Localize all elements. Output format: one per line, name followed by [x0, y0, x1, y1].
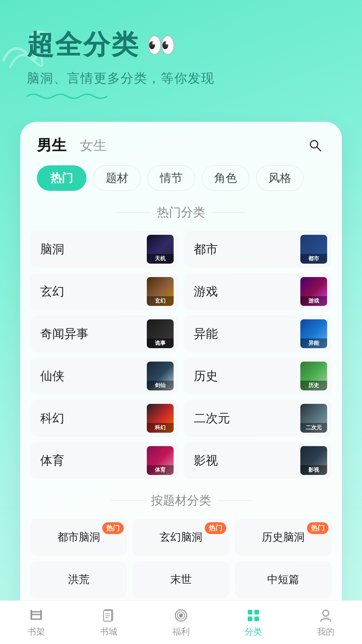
svg-rect-6: [31, 619, 42, 620]
category-history[interactable]: 历史 历史: [184, 358, 332, 394]
topic-short[interactable]: 中短篇: [235, 561, 332, 598]
filter-pills: 热门 题材 情节 角色 风格: [20, 165, 342, 191]
main-card: 男生 女生 热门 题材 情节 角色 风格 热门分类 脑洞 天机: [20, 122, 342, 615]
bookstore-icon: [100, 607, 117, 624]
svg-rect-18: [254, 616, 259, 621]
pill-role[interactable]: 角色: [202, 165, 249, 191]
hot-badge-3: 热门: [307, 522, 328, 534]
topic-primeval[interactable]: 洪荒: [30, 561, 127, 598]
eyes-decoration: 👀: [146, 31, 178, 59]
category-icon: [245, 607, 262, 624]
pill-hot[interactable]: 热门: [37, 165, 86, 191]
category-psychic[interactable]: 异能 异能: [184, 315, 332, 352]
nav-bookstore-label: 书城: [100, 626, 117, 638]
hot-badge-2: 热门: [205, 522, 226, 534]
category-media[interactable]: 影视 影视: [184, 442, 332, 479]
search-button[interactable]: [305, 135, 325, 155]
topic-grid: 热门 都市脑洞 热门 玄幻脑洞 热门 历史脑洞 洪荒 末世 中短篇: [20, 519, 342, 598]
svg-rect-4: [31, 610, 32, 620]
nav-welfare[interactable]: 福利: [156, 607, 206, 638]
nav-bookshelf[interactable]: 书架: [11, 607, 61, 638]
profile-icon: [317, 607, 334, 624]
category-city[interactable]: 都市 都市: [184, 231, 332, 268]
svg-rect-5: [40, 610, 42, 620]
tab-male[interactable]: 男生: [37, 136, 66, 155]
svg-rect-16: [254, 610, 259, 614]
category-game[interactable]: 游戏 游戏: [184, 273, 332, 310]
category-fantasy[interactable]: 玄幻 玄幻: [30, 273, 178, 310]
category-anime[interactable]: 二次元 二次元: [184, 400, 332, 437]
category-grid: 脑洞 天机 都市 都市 玄幻: [20, 231, 342, 479]
tab-female[interactable]: 女生: [80, 136, 107, 155]
title-text: 超全分类: [27, 27, 139, 63]
bottom-nav: 书架 书城 福利: [0, 600, 362, 644]
subtitle-text: 脑洞、言情更多分类，等你发现: [27, 70, 342, 87]
category-brain[interactable]: 脑洞 天机: [30, 231, 178, 268]
topic-city-brain[interactable]: 热门 都市脑洞: [30, 519, 127, 556]
topic-history-brain[interactable]: 热门 历史脑洞: [235, 519, 332, 556]
svg-rect-17: [248, 616, 252, 621]
category-mystery[interactable]: 奇闻异事 诡事: [30, 315, 178, 352]
nav-profile-label: 我的: [317, 626, 335, 638]
nav-welfare-label: 福利: [172, 626, 190, 638]
pill-topic[interactable]: 题材: [93, 165, 141, 191]
category-sports[interactable]: 体育 体育: [30, 442, 178, 479]
topic-section-title: 按题材分类: [20, 492, 342, 509]
wavy-decoration: [27, 92, 107, 100]
topic-apocalypse[interactable]: 末世: [132, 561, 229, 598]
category-scifi[interactable]: 科幻 科幻: [30, 400, 178, 437]
category-xianxia[interactable]: 仙侠 剑仙: [30, 358, 178, 394]
welfare-icon: [173, 607, 189, 624]
svg-rect-15: [248, 610, 252, 614]
page-title: 超全分类 👀: [27, 27, 342, 63]
hot-badge-1: 热门: [102, 522, 124, 534]
nav-profile[interactable]: 我的: [301, 607, 351, 638]
svg-rect-3: [31, 614, 42, 615]
topic-fantasy-brain[interactable]: 热门 玄幻脑洞: [132, 519, 229, 556]
svg-point-19: [323, 610, 329, 616]
pill-style[interactable]: 风格: [256, 165, 304, 191]
bookshelf-icon: [28, 607, 45, 624]
header-area: 超全分类 👀 脑洞、言情更多分类，等你发现: [0, 0, 362, 115]
svg-rect-2: [31, 611, 42, 612]
nav-bookstore[interactable]: 书城: [83, 607, 134, 638]
nav-category-label: 分类: [245, 626, 262, 638]
pill-plot[interactable]: 情节: [147, 165, 195, 191]
hot-section-title: 热门分类: [20, 204, 342, 221]
svg-point-13: [179, 613, 183, 618]
svg-line-1: [317, 147, 321, 151]
svg-rect-20: [323, 617, 329, 618]
nav-bookshelf-label: 书架: [27, 626, 45, 638]
nav-category[interactable]: 分类: [228, 607, 279, 638]
gender-tabs: 男生 女生: [20, 135, 342, 155]
